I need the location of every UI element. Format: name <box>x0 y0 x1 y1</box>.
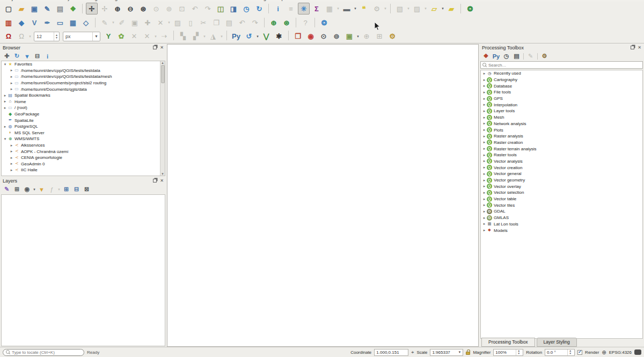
expander-icon[interactable]: ▸ <box>482 90 487 94</box>
expander-icon[interactable]: ▸ <box>3 125 8 129</box>
menu-item[interactable]: Web <box>204 0 214 1</box>
processing-group[interactable]: ▸ Q Vector selection <box>481 190 642 196</box>
refresh-browser-icon[interactable]: ↻ <box>12 52 21 60</box>
processing-search[interactable] <box>480 61 643 69</box>
expander-icon[interactable]: ▾ <box>3 137 8 141</box>
new-3d-map-view-icon[interactable]: ◨ <box>228 3 239 14</box>
browser-item-wms-connection[interactable]: ▸ ≺ IIC Halle <box>2 167 165 173</box>
expander-icon[interactable]: ▸ <box>482 159 487 163</box>
processing-group[interactable]: ▸ Q Layer tools <box>481 108 642 114</box>
dropdown-arrow-icon[interactable]: ▾ <box>28 31 32 42</box>
zoom-to-selection-icon[interactable]: ⊙ <box>150 3 162 14</box>
history-icon[interactable]: ◷ <box>502 52 511 60</box>
dropdown-arrow-icon[interactable]: ▾ <box>32 184 36 195</box>
add-arcgis-layer-icon[interactable]: ⊛ <box>281 17 292 28</box>
new-mesh-layer-icon[interactable]: ▦ <box>67 17 79 28</box>
browser-item-favorite-path[interactable]: ▸ ▭ /home/isunni/dev/cpp/QGIS/tests/test… <box>2 68 165 74</box>
collapse-all-layers-icon[interactable]: ⊟ <box>72 185 81 193</box>
new-spatial-bookmark-icon[interactable]: ◉ <box>305 31 317 42</box>
processing-group[interactable]: ▸ Q Vector geometry <box>481 177 642 184</box>
add-wms-layer-icon[interactable]: ⊕ <box>268 17 280 28</box>
dropdown-arrow-icon[interactable]: ▾ <box>406 3 411 14</box>
new-temporary-scratch-layer-icon[interactable]: ▭ <box>54 17 66 28</box>
mesh-transform-icon[interactable]: ▞ <box>190 31 202 42</box>
processing-provider-models[interactable]: ▸ ❖ Models <box>481 227 642 234</box>
expander-icon[interactable]: ▸ <box>3 99 8 104</box>
browser-scrollbar[interactable]: ▲ ▼ <box>160 61 165 176</box>
expander-icon[interactable]: ▸ <box>482 203 487 207</box>
expander-icon[interactable]: ▸ <box>3 93 8 98</box>
coordinate-field[interactable]: 1.000,0.151 <box>374 349 408 356</box>
models-menu-icon[interactable]: ❖ <box>481 52 491 60</box>
expander-icon[interactable]: ▸ <box>482 128 487 132</box>
coordinate-capture-icon[interactable]: ⊞ <box>374 31 385 42</box>
processing-group[interactable]: ▸ Q Vector creation <box>481 164 642 171</box>
expander-icon[interactable]: ▸ <box>482 197 487 201</box>
dropdown-arrow-icon[interactable]: ▾ <box>202 31 207 42</box>
mesh-select-icon[interactable]: ◮ <box>207 31 219 42</box>
add-feature-icon[interactable]: ✚ <box>142 17 153 28</box>
filter-browser-icon[interactable]: ▼ <box>23 52 32 60</box>
search-settings-icon[interactable]: ⚙ <box>371 3 383 14</box>
expander-icon[interactable]: ▸ <box>482 228 487 232</box>
expander-icon[interactable]: ▸ <box>9 168 14 172</box>
browser-item-mssql[interactable]: ◗ MS SQL Server <box>2 130 165 136</box>
python-console-icon[interactable]: Py <box>230 31 242 42</box>
browser-item-wms[interactable]: ▾ ⊕ WMS/WMTS <box>2 136 165 142</box>
menu-item[interactable]: View <box>44 0 54 1</box>
dropdown-arrow-icon[interactable]: ▾ <box>423 3 428 14</box>
collapse-all-icon[interactable]: ⊟ <box>33 52 42 60</box>
reload-plugins-icon[interactable]: ↺ <box>243 31 255 42</box>
browser-item-spatialite[interactable]: ✒ SpatiaLite <box>2 117 165 123</box>
enable-snapping-icon[interactable]: Ω <box>3 31 14 42</box>
delete-selected-icon[interactable]: ▯ <box>185 17 196 28</box>
zoom-in-icon[interactable]: ⊕ <box>112 3 123 14</box>
refresh-map-icon[interactable]: ↻ <box>253 3 265 14</box>
messages-icon[interactable] <box>634 349 641 355</box>
cut-features-icon[interactable]: ✂ <box>197 17 209 28</box>
crs-label[interactable]: EPSG:4326 <box>609 350 632 355</box>
expander-icon[interactable]: ▸ <box>482 147 487 151</box>
processing-group[interactable]: ▸ Q Plots <box>481 127 642 133</box>
float-panel-icon[interactable] <box>631 46 634 49</box>
browser-item-wms-connection[interactable]: ▸ ≺ AOPK - Chraněná území <box>2 148 165 155</box>
processing-options-icon[interactable]: ⚙ <box>540 52 549 60</box>
open-attribute-table-icon[interactable]: ≡ <box>285 3 297 14</box>
lock-scale-icon[interactable] <box>466 352 470 355</box>
processing-provider-gmlas[interactable]: ▸ G GMLAS <box>481 215 642 221</box>
rotation-spinner[interactable]: 0.0 ° ▲▼ <box>545 349 575 356</box>
pan-map-icon[interactable]: ✢ <box>86 3 98 14</box>
processing-group[interactable]: ▸ Q Interpolation <box>481 101 642 108</box>
open-layer-styling-icon[interactable]: ✎ <box>2 185 11 193</box>
filter-legend-icon[interactable]: ▼ <box>37 185 46 193</box>
expander-icon[interactable]: ▸ <box>482 165 487 170</box>
processing-group[interactable]: ▸ Q Vector analysis <box>481 158 642 165</box>
expander-icon[interactable]: ▸ <box>482 184 487 188</box>
dropdown-arrow-icon[interactable]: ▾ <box>153 31 158 42</box>
browser-item-favorite-path[interactable]: ▸ ▭ /home/isunni/Documents/project/slsi2… <box>2 80 165 86</box>
crs-globe-icon[interactable]: ⊕ <box>602 349 606 355</box>
processing-group-recent[interactable]: ▸ ◷ Recently used <box>481 70 642 77</box>
browser-item-geopackage[interactable]: ◆ GeoPackage <box>2 111 165 118</box>
mesh-digitizing-icon[interactable]: ▚ <box>177 31 189 42</box>
expander-icon[interactable]: ▸ <box>482 97 487 101</box>
statistical-summary-icon[interactable]: Σ <box>311 3 323 14</box>
snapping-tolerance-spinner[interactable]: 12 ▲▼ <box>34 32 60 41</box>
zoom-to-layer-icon[interactable]: ⊚ <box>163 3 175 14</box>
new-print-layout-icon[interactable]: ▤ <box>54 3 66 14</box>
menu-item[interactable]: Edit <box>27 0 36 1</box>
dropdown-arrow-icon[interactable]: ▾ <box>255 31 260 42</box>
browser-item-root[interactable]: ▸ ▭ / (root) <box>2 105 165 111</box>
dropdown-arrow-icon[interactable]: ▾ <box>356 31 360 42</box>
magnifier-spinner[interactable]: 100% ▲▼ <box>493 349 523 356</box>
processing-group[interactable]: ▸ Q Vector tiles <box>481 202 642 208</box>
edit-in-place-icon[interactable]: ✎ <box>526 52 535 60</box>
properties-widget-icon[interactable]: i <box>43 52 52 60</box>
snapping-mode-icon[interactable]: Ω <box>16 31 27 42</box>
menu-item[interactable]: Mesh <box>222 0 234 1</box>
expander-icon[interactable]: ▸ <box>482 172 487 176</box>
plugin-tool-icon[interactable]: ⋁ <box>260 31 272 42</box>
form-annotation-icon[interactable]: ▰ <box>445 3 457 14</box>
new-map-view-icon[interactable]: ◫ <box>215 3 226 14</box>
layers-list-empty[interactable] <box>1 194 165 346</box>
